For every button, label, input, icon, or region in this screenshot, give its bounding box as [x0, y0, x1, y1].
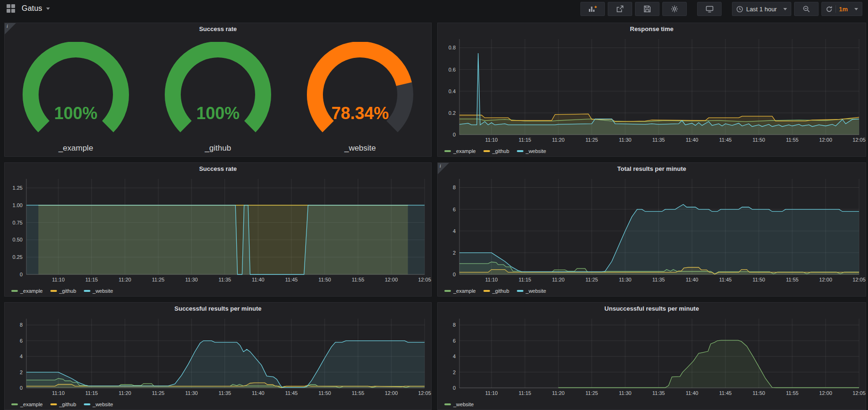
- x-axis-tick-label: 12:05: [852, 390, 866, 396]
- x-axis-tick-label: 11:55: [786, 137, 799, 143]
- chart-legend: _example_github_website: [438, 145, 866, 157]
- legend-label: _example: [453, 148, 476, 154]
- gauge-arc: 100%: [152, 42, 284, 142]
- x-axis-tick-label: 12:05: [418, 277, 431, 282]
- panel-total-results: i Total results per minute 11:1011:1511:…: [437, 162, 866, 297]
- x-axis-tick-label: 11:40: [686, 277, 699, 282]
- x-axis-tick-label: 11:40: [686, 390, 699, 396]
- y-axis-tick-label: 0.25: [13, 254, 23, 260]
- save-button[interactable]: [635, 2, 659, 16]
- y-axis-tick-label: 0.4: [449, 88, 456, 94]
- legend-item-_website[interactable]: _website: [517, 288, 546, 294]
- x-axis-tick-label: 11:15: [519, 390, 531, 396]
- clock-icon: [736, 6, 743, 13]
- x-axis-tick-label: 11:20: [552, 390, 565, 396]
- panel-title[interactable]: Successful results per minute: [5, 305, 431, 312]
- refresh-interval-label: 1m: [839, 6, 848, 13]
- success-rate-chart[interactable]: 11:1011:1511:2011:2511:3011:3511:4011:45…: [5, 175, 431, 285]
- legend-item-_example[interactable]: _example: [444, 288, 476, 294]
- gauge-arc: 78.34%: [294, 42, 426, 142]
- tv-mode-button[interactable]: [697, 2, 722, 16]
- unsuccessful-results-chart[interactable]: 11:1011:1511:2011:2511:3011:3511:4011:45…: [438, 315, 866, 398]
- y-axis-tick-label: 2: [453, 370, 456, 375]
- legend-label: _example: [453, 288, 476, 294]
- legend-label: _website: [453, 402, 474, 407]
- legend-swatch: [50, 403, 57, 405]
- add-panel-icon: [588, 5, 597, 13]
- legend-item-_github[interactable]: _github: [483, 288, 509, 294]
- legend-item-_website[interactable]: _website: [444, 402, 474, 407]
- legend-label: _github: [59, 402, 76, 407]
- apps-grid-icon[interactable]: [7, 4, 15, 13]
- zoom-out-button[interactable]: [794, 2, 819, 16]
- y-axis-tick-label: 2: [453, 250, 456, 256]
- y-axis-tick-label: 6: [453, 207, 456, 212]
- y-axis-tick-label: 4: [453, 354, 456, 359]
- total-results-chart[interactable]: 11:1011:1511:2011:2511:3011:3511:4011:45…: [438, 175, 866, 285]
- legend-swatch: [444, 403, 451, 405]
- refresh-picker[interactable]: 1m: [821, 2, 862, 16]
- settings-button[interactable]: [662, 2, 687, 16]
- legend-item-_example[interactable]: _example: [11, 402, 43, 407]
- x-axis-tick-label: 11:30: [619, 137, 632, 143]
- x-axis-tick-label: 11:30: [185, 390, 198, 396]
- gauge-value: 78.34%: [331, 104, 389, 123]
- x-axis-tick-label: 11:50: [318, 277, 331, 282]
- y-axis-tick-label: 0: [453, 272, 456, 277]
- tv-mode-icon: [706, 5, 714, 13]
- x-axis-tick-label: 11:25: [586, 390, 598, 396]
- x-axis-tick-label: 11:20: [119, 277, 131, 282]
- legend-item-_github[interactable]: _github: [50, 402, 76, 407]
- panel-title[interactable]: Response time: [438, 25, 866, 32]
- response-time-chart[interactable]: 11:1011:1511:2011:2511:3011:3511:4011:45…: [438, 35, 866, 145]
- gauge-website: 78.34% _website: [289, 42, 431, 153]
- add-panel-button[interactable]: [580, 2, 605, 16]
- y-axis-tick-label: 6: [20, 338, 23, 344]
- chart-legend: _example_github_website: [438, 285, 866, 297]
- share-icon: [616, 5, 624, 13]
- panel-title[interactable]: Success rate: [5, 165, 431, 172]
- legend-label: _github: [492, 288, 509, 294]
- legend-label: _website: [526, 288, 546, 294]
- series-area-_website: [26, 341, 425, 388]
- x-axis-tick-label: 11:50: [753, 277, 765, 282]
- legend-swatch: [50, 290, 57, 292]
- x-axis-tick-label: 11:55: [352, 390, 364, 396]
- series-area-_website: [26, 205, 425, 274]
- x-axis-tick-label: 11:20: [119, 390, 131, 396]
- legend-item-_example[interactable]: _example: [11, 288, 43, 294]
- y-axis-tick-label: 8: [453, 185, 456, 190]
- share-button[interactable]: [608, 2, 632, 16]
- gauge-value: 100%: [54, 104, 97, 123]
- legend-item-_github[interactable]: _github: [50, 288, 76, 294]
- chevron-down-icon: [783, 8, 787, 10]
- legend-swatch: [84, 290, 90, 292]
- panel-info-corner[interactable]: i: [438, 163, 449, 174]
- legend-item-_website[interactable]: _website: [517, 148, 546, 154]
- panel-title[interactable]: Unsuccessful results per minute: [438, 305, 866, 312]
- legend-item-_website[interactable]: _website: [84, 288, 113, 294]
- dashboard-title-dropdown[interactable]: Gatus: [22, 4, 50, 13]
- x-axis-tick-label: 11:25: [152, 277, 165, 282]
- series-line-_website: [459, 53, 859, 127]
- panel-info-corner[interactable]: i: [5, 23, 16, 34]
- x-axis-tick-label: 11:50: [318, 390, 331, 396]
- legend-item-_website[interactable]: _website: [84, 402, 113, 407]
- panel-title[interactable]: Total results per minute: [438, 165, 866, 172]
- x-axis-tick-label: 11:45: [719, 137, 732, 143]
- y-axis-tick-label: 1.25: [13, 185, 23, 191]
- x-axis-tick-label: 11:10: [485, 277, 498, 282]
- panel-response-time: Response time 11:1011:1511:2011:2511:301…: [437, 23, 866, 157]
- time-range-picker[interactable]: Last 1 hour: [732, 2, 791, 16]
- legend-item-_github[interactable]: _github: [483, 148, 509, 154]
- zoom-out-icon: [803, 5, 810, 13]
- legend-item-_example[interactable]: _example: [444, 148, 476, 154]
- x-axis-tick-label: 11:30: [619, 277, 632, 282]
- chevron-down-icon: [854, 8, 858, 10]
- successful-results-chart[interactable]: 11:1011:1511:2011:2511:3011:3511:4011:45…: [5, 315, 431, 398]
- panel-title[interactable]: Success rate: [5, 25, 431, 32]
- x-axis-tick-label: 11:35: [218, 390, 231, 396]
- x-axis-tick-label: 11:45: [285, 390, 298, 396]
- y-axis-tick-label: 0: [20, 385, 23, 391]
- panel-successful-results: Successful results per minute 11:1011:15…: [4, 302, 432, 410]
